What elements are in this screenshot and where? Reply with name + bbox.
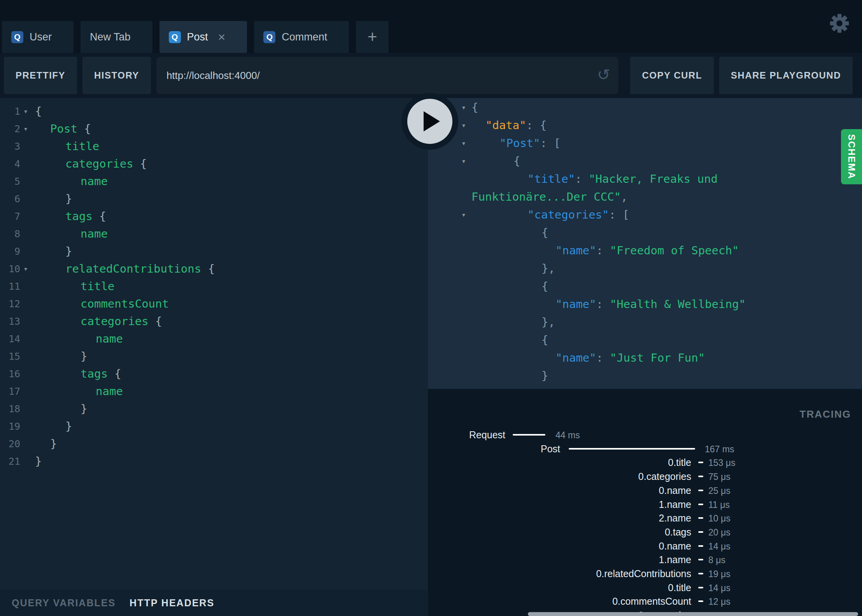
tracing-span-bar [698,600,703,602]
share-playground-button[interactable]: SHARE PLAYGROUND [719,57,853,94]
line-number: 13 [0,313,20,330]
horizontal-scrollbar[interactable] [528,612,858,616]
fold-arrow-icon[interactable]: ▾ [23,103,33,120]
fold-arrow-icon[interactable]: ▾ [23,120,33,138]
tracing-span-label: 0.categories [428,471,691,482]
tracing-span-bar [698,504,703,505]
code-line: 11title [0,278,428,295]
tracing-span-duration: 19 μs [708,568,731,580]
tracing-span-label: 2.name [428,512,691,524]
tracing-span-bar [698,545,703,547]
json-token: "name" [555,244,596,257]
code-line: 13categories { [0,313,428,330]
endpoint-url-input[interactable] [156,57,619,94]
tracing-row: 0.name14 μs [428,540,862,552]
tracing-span-duration: 11 μs [708,499,730,511]
response-row: "title": "Hacker, Freaks und [428,170,862,188]
code-line: 17name [0,383,428,400]
tracing-span-duration: 153 μs [708,457,736,469]
query-badge: Q [11,31,23,43]
code-token: { [93,210,106,223]
code-token: relatedContributions [65,262,201,275]
json-token: Funktionäre...Der CCC" [471,190,621,203]
http-headers-tab[interactable]: HTTP HEADERS [130,597,214,609]
code-token: name [81,175,108,188]
code-token: categories [65,157,133,170]
tracing-row: Request44 ms [428,429,862,441]
response-row: Funktionäre...Der CCC", [428,188,862,206]
response-row: "name": "Health & Wellbeing" [428,295,862,313]
collapse-arrow-icon[interactable]: ▾ [461,152,466,170]
json-token: "title" [527,172,575,186]
code-line: 10▾relatedContributions { [0,260,428,278]
code-token: { [201,262,215,275]
close-tab-icon[interactable]: × [218,31,226,43]
json-token: { [541,280,548,293]
json-token: , [621,190,627,203]
code-line: 19} [0,418,428,435]
tab-label: New Tab [90,31,131,43]
copy-curl-button[interactable]: COPY CURL [630,57,713,94]
settings-gear-icon[interactable] [829,13,850,33]
execute-button[interactable] [401,93,458,150]
endpoint-url-wrap: ↺ [156,57,619,94]
line-number: 2 [0,120,20,138]
tracing-panel: TRACING Request44 msPost167 ms0.title153… [428,389,862,616]
json-token: : [596,298,610,311]
collapse-arrow-icon[interactable]: ▾ [461,116,466,134]
json-token: }, [541,315,555,329]
tracing-title: TRACING [800,408,851,420]
collapse-arrow-icon[interactable]: ▾ [461,206,466,224]
query-variables-tab[interactable]: QUERY VARIABLES [12,597,116,609]
code-line: 12commentsCount [0,295,428,313]
response-viewer: ▾{▾"data": {▾"Post": [▾{"title": "Hacker… [428,98,862,389]
graphql-playground: Q User New Tab Q Post × Q Comment + [0,0,862,616]
tracing-span-label: 0.commentsCount [428,595,691,607]
tracing-span-duration: 20 μs [708,527,731,538]
response-row: }, [428,259,862,277]
json-token: "Freedom of Speech" [610,244,739,257]
schema-tab[interactable]: SCHEMA [841,129,862,184]
code-line: 4categories { [0,155,428,173]
tracing-row: 1.name11 μs [428,499,862,510]
tab-new-tab[interactable]: New Tab [81,21,152,53]
collapse-arrow-icon[interactable]: ▾ [461,98,466,116]
plus-icon: + [368,28,377,46]
tracing-row: 0.title14 μs [428,582,862,593]
query-editor[interactable]: 1▾{2▾Post {3title4categories {5name6}7ta… [0,98,428,590]
json-token: : [ [540,136,561,150]
json-token: : [575,172,589,186]
history-button[interactable]: HISTORY [82,57,151,94]
code-token: name [96,385,123,398]
tracing-span-duration: 12 μs [708,596,731,607]
prettify-button[interactable]: PRETTIFY [4,57,77,94]
code-token: tags [65,210,93,223]
line-number: 12 [0,295,20,313]
collapse-arrow-icon[interactable]: ▾ [461,134,466,152]
tab-comment[interactable]: Q Comment [254,21,349,53]
tracing-span-duration: 14 μs [708,541,731,552]
tracing-span-bar [698,462,703,463]
tracing-row: 0.name25 μs [428,485,862,496]
json-token: "name" [555,351,596,364]
json-token: : [596,244,610,257]
code-token: { [149,315,162,328]
query-badge: Q [169,31,181,43]
new-tab-button[interactable]: + [356,21,389,53]
line-number: 7 [0,208,20,225]
fold-arrow-icon[interactable]: ▾ [23,260,33,278]
json-token: : [ [609,208,629,221]
code-line: 16tags { [0,365,428,383]
code-line: 21} [0,453,428,470]
schema-tab-label: SCHEMA [846,134,857,179]
json-token: { [471,101,478,114]
code-line: 1▾{ [0,103,428,120]
tab-user[interactable]: Q User [2,21,74,53]
reload-icon[interactable]: ↺ [597,66,610,84]
tracing-span-bar [698,573,703,574]
code-token: title [81,280,114,293]
tracing-span-bar [698,531,703,533]
tab-post[interactable]: Q Post × [159,21,247,53]
code-line: 6} [0,190,428,208]
code-token: } [50,437,57,450]
